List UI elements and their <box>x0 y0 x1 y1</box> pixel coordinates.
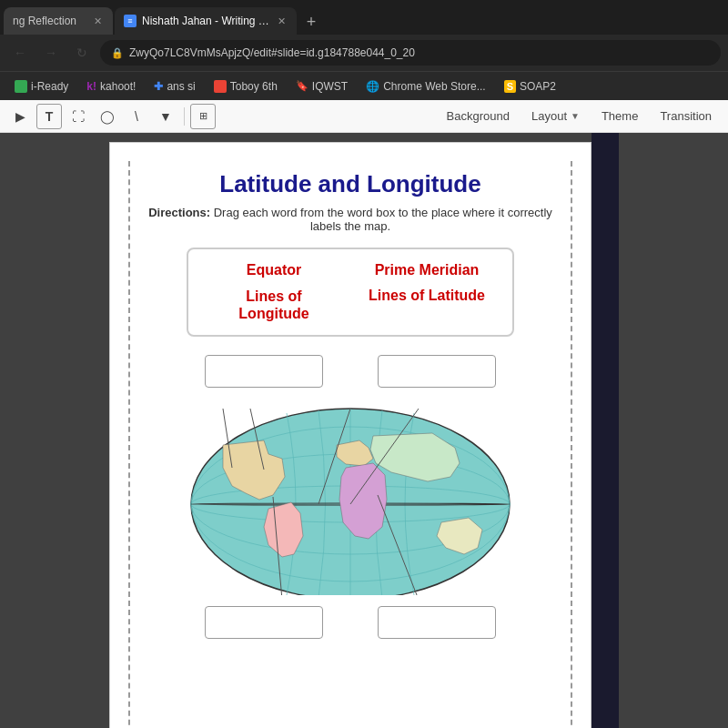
world-map-svg <box>177 395 523 595</box>
address-text: ZwyQo7LC8VmMsApjzQ/edit#slide=id.g184788… <box>129 46 415 59</box>
bookmark-iready-label: i-Ready <box>31 80 68 93</box>
bookmark-anssi[interactable]: ✚ ans si <box>147 76 202 97</box>
browser-frame: ng Reflection ✕ ≡ Nishath Jahan - Writin… <box>0 0 728 728</box>
slide-canvas: Latitude and Longitude Directions: Drag … <box>109 142 592 728</box>
layout-dropdown-arrow: ▼ <box>571 111 580 121</box>
background-label: Background <box>447 109 510 123</box>
label-boxes-top <box>177 355 523 388</box>
word-box: Equator Prime Meridian Lines ofLongitude… <box>187 248 514 337</box>
bookmark-iqwst-label: IQWST <box>312 80 348 93</box>
reload-button[interactable]: ↻ <box>69 40 95 66</box>
label-box-top-left[interactable] <box>205 355 323 388</box>
more-tools[interactable]: ▼ <box>153 104 178 129</box>
kahoot-icon: k! <box>86 80 96 93</box>
bookmark-anssi-label: ans si <box>167 80 195 93</box>
bookmark-toboy[interactable]: Toboy 6th <box>207 76 285 97</box>
chrome-icon: 🌐 <box>366 80 379 93</box>
map-area <box>177 395 523 599</box>
tab-slides-title: Nishath Jahan - Writing Reflecti <box>142 15 270 27</box>
label-box-bottom-right[interactable] <box>378 606 496 639</box>
label-box-bottom-left[interactable] <box>205 606 323 639</box>
word-lines-latitude[interactable]: Lines of Latitude <box>359 288 494 322</box>
bookmark-chrome-label: Chrome Web Store... <box>383 80 486 93</box>
directions-text: Drag each word from the word box to the … <box>214 206 552 233</box>
bookmark-toboy-label: Toboy 6th <box>230 80 278 93</box>
layout-label: Layout <box>531 109 567 123</box>
lock-icon: 🔒 <box>111 47 124 59</box>
image-tool[interactable]: ⛶ <box>66 104 91 129</box>
bookmark-iready[interactable]: i-Ready <box>7 76 76 97</box>
insert-box[interactable]: ⊞ <box>190 104 216 129</box>
cursor-tool[interactable]: ▶ <box>7 104 33 129</box>
iready-icon <box>15 80 27 93</box>
new-tab-button[interactable]: + <box>298 9 324 35</box>
bookmark-kahoot[interactable]: k! kahoot! <box>79 76 143 97</box>
label-boxes-bottom <box>177 606 523 639</box>
background-button[interactable]: Background <box>438 104 519 129</box>
bookmark-soap2-label: SOAP2 <box>520 80 556 93</box>
bookmark-chrome-webstore[interactable]: 🌐 Chrome Web Store... <box>359 76 493 97</box>
back-button[interactable]: ← <box>7 40 33 66</box>
word-lines-longitude[interactable]: Lines ofLongitude <box>207 288 341 322</box>
toolbar-separator-1 <box>184 107 185 126</box>
address-bar[interactable]: 🔒 ZwyQo7LC8VmMsApjzQ/edit#slide=id.g1847… <box>100 40 721 66</box>
slide-inner: Latitude and Longitude Directions: Drag … <box>128 161 572 728</box>
directions-prefix: Directions: <box>148 206 210 219</box>
text-tool[interactable]: T <box>36 104 62 129</box>
word-equator[interactable]: Equator <box>207 262 341 278</box>
tab-reflection[interactable]: ng Reflection ✕ <box>4 7 113 35</box>
address-bar-row: ← → ↻ 🔒 ZwyQo7LC8VmMsApjzQ/edit#slide=id… <box>0 35 728 71</box>
tab-reflection-close[interactable]: ✕ <box>92 14 104 29</box>
slide-directions: Directions: Drag each word from the word… <box>148 206 552 233</box>
content-area: Latitude and Longitude Directions: Drag … <box>0 133 728 728</box>
theme-label: Theme <box>602 109 638 123</box>
iqwst-icon: 🔖 <box>296 80 308 92</box>
transition-label: Transition <box>660 109 712 123</box>
word-prime-meridian[interactable]: Prime Meridian <box>359 262 494 278</box>
tab-bar: ng Reflection ✕ ≡ Nishath Jahan - Writin… <box>0 0 728 35</box>
line-tool[interactable]: \ <box>124 104 149 129</box>
slides-toolbar: ▶ T ⛶ ◯ \ ▼ ⊞ Background Layout ▼ Theme … <box>0 100 728 133</box>
bookmark-soap2[interactable]: S SOAP2 <box>497 76 563 97</box>
plus-icon: ✚ <box>154 80 163 93</box>
circle-tool[interactable]: ◯ <box>95 104 120 129</box>
docs-icon: ≡ <box>124 15 136 27</box>
tab-reflection-title: ng Reflection <box>13 15 86 27</box>
layout-button[interactable]: Layout ▼ <box>522 104 589 129</box>
bookmark-kahoot-label: kahoot! <box>100 80 136 93</box>
theme-button[interactable]: Theme <box>592 104 647 129</box>
tab-slides-close[interactable]: ✕ <box>276 14 288 29</box>
tab-slides[interactable]: ≡ Nishath Jahan - Writing Reflecti ✕ <box>115 7 297 35</box>
label-box-top-right[interactable] <box>378 355 496 388</box>
toboy-icon <box>214 80 227 93</box>
slide-title: Latitude and Longitude <box>148 170 552 198</box>
bookmarks-bar: i-Ready k! kahoot! ✚ ans si Toboy 6th 🔖 … <box>0 71 728 100</box>
forward-button[interactable]: → <box>38 40 64 66</box>
transition-button[interactable]: Transition <box>651 104 721 129</box>
right-panel <box>592 133 619 728</box>
bookmark-iqwst[interactable]: 🔖 IQWST <box>288 76 355 97</box>
soap2-icon: S <box>504 80 516 93</box>
